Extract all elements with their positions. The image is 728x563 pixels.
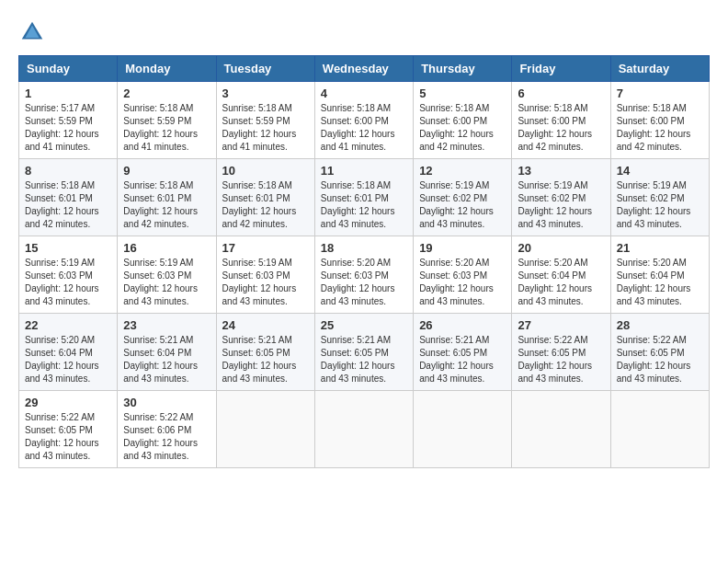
calendar-cell: 12Sunrise: 5:19 AMSunset: 6:02 PMDayligh… (414, 159, 512, 236)
day-info: Sunrise: 5:20 AMSunset: 6:03 PMDaylight:… (419, 257, 506, 308)
calendar-cell: 2Sunrise: 5:18 AMSunset: 5:59 PMDaylight… (118, 82, 216, 159)
calendar-cell: 17Sunrise: 5:19 AMSunset: 6:03 PMDayligh… (216, 236, 314, 314)
calendar-cell (216, 391, 314, 468)
calendar-cell: 19Sunrise: 5:20 AMSunset: 6:03 PMDayligh… (414, 236, 512, 314)
calendar-week-5: 29Sunrise: 5:22 AMSunset: 6:05 PMDayligh… (19, 391, 710, 468)
calendar-header-saturday: Saturday (610, 56, 709, 82)
day-info: Sunrise: 5:22 AMSunset: 6:05 PMDaylight:… (518, 334, 604, 385)
calendar-header-friday: Friday (512, 56, 610, 82)
day-number: 28 (617, 318, 703, 332)
calendar-cell: 22Sunrise: 5:20 AMSunset: 6:04 PMDayligh… (19, 314, 118, 391)
day-number: 3 (222, 86, 309, 100)
day-number: 8 (25, 164, 111, 178)
calendar-cell: 6Sunrise: 5:18 AMSunset: 6:00 PMDaylight… (512, 82, 610, 159)
day-number: 14 (617, 164, 703, 178)
calendar-header-monday: Monday (118, 56, 216, 82)
day-info: Sunrise: 5:22 AMSunset: 6:05 PMDaylight:… (617, 334, 703, 385)
day-number: 23 (123, 318, 210, 332)
day-info: Sunrise: 5:19 AMSunset: 6:03 PMDaylight:… (222, 257, 309, 308)
calendar-week-3: 15Sunrise: 5:19 AMSunset: 6:03 PMDayligh… (19, 236, 710, 314)
calendar-week-4: 22Sunrise: 5:20 AMSunset: 6:04 PMDayligh… (19, 314, 710, 391)
calendar-cell: 11Sunrise: 5:18 AMSunset: 6:01 PMDayligh… (314, 159, 413, 236)
day-info: Sunrise: 5:17 AMSunset: 5:59 PMDaylight:… (25, 102, 111, 154)
day-info: Sunrise: 5:21 AMSunset: 6:05 PMDaylight:… (222, 334, 309, 385)
day-info: Sunrise: 5:19 AMSunset: 6:02 PMDaylight:… (518, 179, 604, 231)
day-number: 16 (123, 241, 210, 255)
calendar-cell: 21Sunrise: 5:20 AMSunset: 6:04 PMDayligh… (610, 236, 709, 314)
day-number: 25 (321, 318, 407, 332)
calendar-header-wednesday: Wednesday (314, 56, 413, 82)
day-info: Sunrise: 5:18 AMSunset: 6:01 PMDaylight:… (25, 179, 111, 231)
day-number: 22 (25, 318, 111, 332)
day-number: 1 (25, 86, 111, 100)
day-number: 20 (518, 241, 604, 255)
calendar-cell: 29Sunrise: 5:22 AMSunset: 6:05 PMDayligh… (19, 391, 118, 468)
day-number: 21 (617, 241, 703, 255)
day-number: 10 (222, 164, 309, 178)
day-number: 15 (25, 241, 111, 255)
day-number: 18 (321, 241, 407, 255)
logo (18, 18, 51, 46)
calendar-cell (512, 391, 610, 468)
calendar-cell: 28Sunrise: 5:22 AMSunset: 6:05 PMDayligh… (610, 314, 709, 391)
calendar-cell: 27Sunrise: 5:22 AMSunset: 6:05 PMDayligh… (512, 314, 610, 391)
calendar-cell (314, 391, 413, 468)
calendar-cell: 5Sunrise: 5:18 AMSunset: 6:00 PMDaylight… (414, 82, 512, 159)
day-info: Sunrise: 5:20 AMSunset: 6:04 PMDaylight:… (617, 257, 703, 308)
day-info: Sunrise: 5:19 AMSunset: 6:03 PMDaylight:… (25, 257, 111, 308)
calendar-cell: 24Sunrise: 5:21 AMSunset: 6:05 PMDayligh… (216, 314, 314, 391)
day-number: 29 (25, 396, 111, 409)
day-info: Sunrise: 5:21 AMSunset: 6:05 PMDaylight:… (419, 334, 506, 385)
day-info: Sunrise: 5:18 AMSunset: 6:01 PMDaylight:… (222, 179, 309, 231)
day-number: 2 (123, 86, 210, 100)
day-info: Sunrise: 5:20 AMSunset: 6:03 PMDaylight:… (321, 257, 407, 308)
calendar-header-row: SundayMondayTuesdayWednesdayThursdayFrid… (19, 56, 710, 82)
day-number: 6 (518, 86, 604, 100)
day-info: Sunrise: 5:18 AMSunset: 6:01 PMDaylight:… (123, 179, 210, 231)
calendar-week-2: 8Sunrise: 5:18 AMSunset: 6:01 PMDaylight… (19, 159, 710, 236)
calendar-cell: 15Sunrise: 5:19 AMSunset: 6:03 PMDayligh… (19, 236, 118, 314)
logo-icon (18, 18, 46, 46)
calendar-cell: 26Sunrise: 5:21 AMSunset: 6:05 PMDayligh… (414, 314, 512, 391)
day-info: Sunrise: 5:18 AMSunset: 6:00 PMDaylight:… (518, 102, 604, 154)
day-info: Sunrise: 5:18 AMSunset: 5:59 PMDaylight:… (123, 102, 210, 154)
calendar-cell: 18Sunrise: 5:20 AMSunset: 6:03 PMDayligh… (314, 236, 413, 314)
calendar-cell: 3Sunrise: 5:18 AMSunset: 5:59 PMDaylight… (216, 82, 314, 159)
calendar-cell: 1Sunrise: 5:17 AMSunset: 5:59 PMDaylight… (19, 82, 118, 159)
calendar-cell: 10Sunrise: 5:18 AMSunset: 6:01 PMDayligh… (216, 159, 314, 236)
calendar-table: SundayMondayTuesdayWednesdayThursdayFrid… (18, 55, 710, 468)
day-number: 5 (419, 86, 506, 100)
day-number: 24 (222, 318, 309, 332)
calendar-cell: 16Sunrise: 5:19 AMSunset: 6:03 PMDayligh… (118, 236, 216, 314)
day-info: Sunrise: 5:22 AMSunset: 6:06 PMDaylight:… (123, 411, 210, 463)
day-number: 19 (419, 241, 506, 255)
day-info: Sunrise: 5:22 AMSunset: 6:05 PMDaylight:… (25, 411, 111, 463)
day-number: 13 (518, 164, 604, 178)
calendar-header-thursday: Thursday (414, 56, 512, 82)
day-info: Sunrise: 5:18 AMSunset: 6:01 PMDaylight:… (321, 179, 407, 231)
day-info: Sunrise: 5:19 AMSunset: 6:02 PMDaylight:… (617, 179, 703, 231)
day-number: 27 (518, 318, 604, 332)
day-number: 9 (123, 164, 210, 178)
day-number: 12 (419, 164, 506, 178)
calendar-cell (610, 391, 709, 468)
calendar-cell: 14Sunrise: 5:19 AMSunset: 6:02 PMDayligh… (610, 159, 709, 236)
day-number: 7 (617, 86, 703, 100)
calendar-cell (414, 391, 512, 468)
day-number: 17 (222, 241, 309, 255)
calendar-header-sunday: Sunday (19, 56, 118, 82)
day-info: Sunrise: 5:20 AMSunset: 6:04 PMDaylight:… (25, 334, 111, 385)
day-info: Sunrise: 5:19 AMSunset: 6:03 PMDaylight:… (123, 257, 210, 308)
calendar-cell: 30Sunrise: 5:22 AMSunset: 6:06 PMDayligh… (118, 391, 216, 468)
calendar-cell: 20Sunrise: 5:20 AMSunset: 6:04 PMDayligh… (512, 236, 610, 314)
day-info: Sunrise: 5:20 AMSunset: 6:04 PMDaylight:… (518, 257, 604, 308)
calendar-cell: 4Sunrise: 5:18 AMSunset: 6:00 PMDaylight… (314, 82, 413, 159)
calendar-cell: 13Sunrise: 5:19 AMSunset: 6:02 PMDayligh… (512, 159, 610, 236)
calendar-cell: 23Sunrise: 5:21 AMSunset: 6:04 PMDayligh… (118, 314, 216, 391)
day-number: 11 (321, 164, 407, 178)
day-info: Sunrise: 5:18 AMSunset: 5:59 PMDaylight:… (222, 102, 309, 154)
day-number: 4 (321, 86, 407, 100)
calendar-cell: 25Sunrise: 5:21 AMSunset: 6:05 PMDayligh… (314, 314, 413, 391)
calendar-cell: 7Sunrise: 5:18 AMSunset: 6:00 PMDaylight… (610, 82, 709, 159)
calendar-cell: 9Sunrise: 5:18 AMSunset: 6:01 PMDaylight… (118, 159, 216, 236)
